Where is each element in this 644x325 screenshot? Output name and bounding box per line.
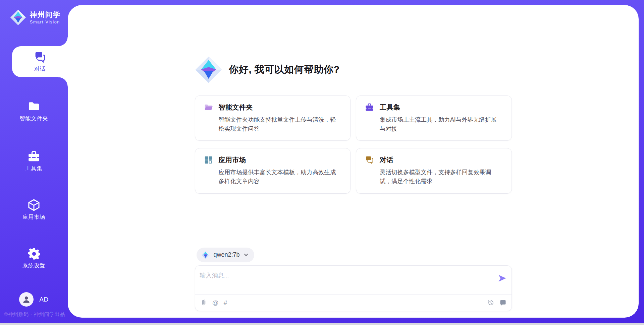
chevron-down-icon	[244, 252, 249, 257]
card-chat[interactable]: 对话 灵活切换多模型文件，支持多样回复效果调试，满足个性化需求	[356, 148, 512, 193]
paperclip-icon	[200, 299, 207, 306]
message-input-placeholder: 输入消息...	[200, 272, 229, 279]
card-description: 灵活切换多模型文件，支持多样回复效果调试，满足个性化需求	[380, 168, 503, 186]
composer-toolbar: @ #	[195, 295, 512, 311]
user-label: AD	[39, 296, 48, 303]
briefcase-icon	[365, 103, 374, 112]
send-button[interactable]	[498, 274, 506, 282]
feature-cards: 智能文件夹 智能文件夹功能支持批量文件上传与清洗，轻松实现文件问答 工具集 集成…	[195, 95, 512, 194]
sidebar-nav: 对话 智能文件夹 工具集 应用市场 系统设置	[0, 46, 68, 269]
brand-logo: 神州问学 Smart Vision	[0, 0, 68, 27]
horizontal-scrollbar[interactable]	[0, 323, 644, 325]
card-app-market[interactable]: 应用市场 应用市场提供丰富长文本模板，助力高效生成多样化文章内容	[195, 148, 351, 193]
diamond-logo-icon	[10, 9, 26, 25]
cube-icon	[28, 199, 40, 211]
history-button[interactable]	[487, 299, 494, 306]
message-composer: 输入消息... @ #	[195, 265, 512, 311]
toolbox-icon	[28, 150, 40, 163]
copyright-text: ©神州数码 · 神州问学出品	[0, 311, 68, 323]
mention-icon: @	[212, 300, 219, 306]
hash-icon: #	[224, 300, 227, 306]
topic-button[interactable]: #	[224, 300, 227, 306]
card-toolset[interactable]: 工具集 集成市场上主流工具，助力AI与外界无缝扩展与对接	[356, 95, 512, 141]
model-selector-row: qwen2:7b	[195, 248, 512, 262]
avatar	[19, 292, 34, 307]
sidebar-item-app-market[interactable]: 应用市场	[0, 199, 68, 220]
sidebar-item-label: 系统设置	[22, 262, 45, 269]
sidebar-item-smart-folder[interactable]: 智能文件夹	[0, 101, 68, 122]
card-smart-folder[interactable]: 智能文件夹 智能文件夹功能支持批量文件上传与清洗，轻松实现文件问答	[195, 95, 351, 141]
attach-file-button[interactable]	[200, 299, 207, 306]
greeting-title: 你好, 我可以如何帮助你?	[229, 63, 340, 76]
sidebar-item-settings[interactable]: 系统设置	[0, 248, 68, 269]
sidebar-item-label: 智能文件夹	[20, 115, 48, 122]
chat-bubbles-icon	[34, 51, 46, 63]
chat-bubbles-icon	[365, 155, 374, 165]
card-title: 工具集	[380, 103, 400, 112]
card-description: 智能文件夹功能支持批量文件上传与清洗，轻松实现文件问答	[219, 115, 342, 133]
card-description: 应用市场提供丰富长文本模板，助力高效生成多样化文章内容	[219, 168, 342, 186]
sidebar-item-chat[interactable]: 对话	[12, 46, 68, 77]
card-title: 智能文件夹	[219, 103, 253, 112]
main-content-panel: 你好, 我可以如何帮助你? 智能文件夹 智能文件夹功能支持批量文件上传与清洗，轻…	[68, 5, 639, 318]
message-input[interactable]: 输入消息...	[195, 266, 512, 294]
sidebar-item-label: 应用市场	[22, 214, 45, 221]
folder-open-icon	[204, 103, 213, 112]
gear-icon	[28, 248, 40, 260]
sidebar-item-label: 对话	[34, 66, 46, 73]
mention-button[interactable]: @	[212, 300, 219, 306]
brand-subtitle: Smart Vision	[30, 20, 61, 24]
diamond-logo-icon	[201, 251, 210, 259]
card-title: 对话	[380, 155, 393, 165]
sidebar-item-label: 工具集	[25, 165, 43, 172]
model-name: qwen2:7b	[214, 251, 240, 258]
person-icon	[22, 295, 31, 304]
card-title: 应用市场	[219, 155, 246, 165]
conversation-button[interactable]	[499, 299, 506, 306]
model-selector-dropdown[interactable]: qwen2:7b	[197, 248, 254, 262]
sidebar: 神州问学 Smart Vision 对话 智能文件夹 工具集	[0, 0, 68, 323]
user-account-button[interactable]: AD	[0, 292, 68, 307]
chat-square-icon	[499, 299, 506, 306]
greeting-section: 你好, 我可以如何帮助你?	[195, 56, 512, 83]
card-description: 集成市场上主流工具，助力AI与外界无缝扩展与对接	[380, 115, 503, 133]
grid-icon	[204, 155, 213, 165]
brand-title: 神州问学	[30, 10, 61, 19]
history-icon	[487, 299, 494, 306]
folder-icon	[28, 100, 40, 113]
diamond-logo-icon	[195, 56, 222, 83]
sidebar-item-toolset[interactable]: 工具集	[0, 151, 68, 172]
